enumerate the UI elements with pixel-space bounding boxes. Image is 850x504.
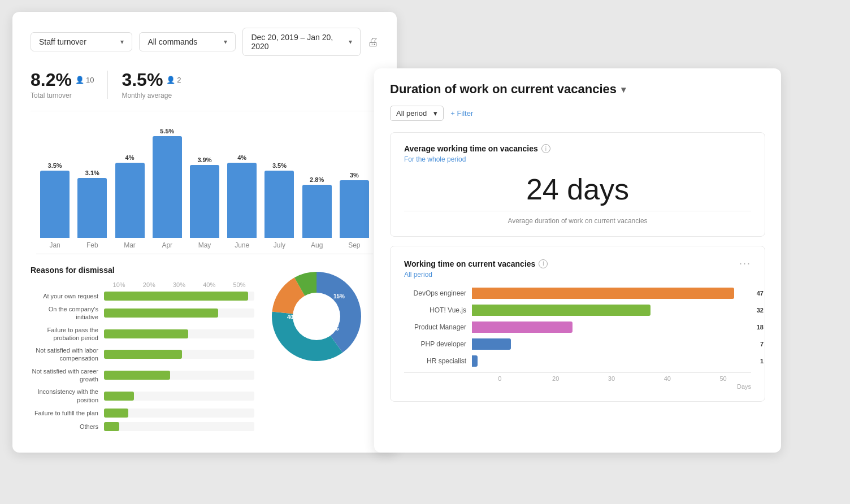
- dismissal-chart: Reasons for dismissal 10%20%30%40%50% At…: [31, 266, 254, 436]
- dismissal-bar-track: [104, 409, 254, 418]
- dismissal-row: Failure to fulfill the plan: [31, 409, 254, 418]
- avg-card-title: Average working time on vacancies: [404, 144, 538, 153]
- bar-fill: [77, 178, 107, 238]
- dismissal-bar-fill: [104, 292, 248, 301]
- h-axis-label: 10%: [104, 281, 134, 288]
- dismissal-row: Not satisfied with labor compensation: [31, 346, 254, 363]
- commands-dropdown-label: All commands: [148, 37, 197, 46]
- dismissal-bar-fill: [104, 409, 128, 418]
- wt-bar-track: 32: [472, 305, 751, 316]
- bar-value-label: 4%: [125, 154, 135, 161]
- dismissal-row-label: Not satisfied with career growth: [31, 367, 104, 384]
- wt-bar-fill: [472, 321, 573, 333]
- wt-bar-fill: [472, 338, 511, 350]
- date-dropdown[interactable]: Dec 20, 2019 – Jan 20, 2020 ▾: [242, 28, 361, 56]
- wt-bar-value: 47: [757, 290, 764, 297]
- wt-bar-track: 1: [472, 355, 751, 367]
- bar-value-label: 3.5%: [48, 162, 62, 169]
- bar-fill: [190, 165, 219, 238]
- wt-axis-label: 40: [639, 375, 695, 382]
- dismissal-row: Failure to pass the probation period: [31, 326, 254, 342]
- wt-row: HR specialist1: [404, 355, 751, 367]
- monthly-people: 👤 2: [166, 76, 181, 84]
- bar-fill: [115, 163, 145, 238]
- print-button[interactable]: 🖨: [367, 36, 379, 49]
- h-axis-label: 30%: [164, 281, 194, 288]
- wt-bar-value: 32: [757, 307, 764, 314]
- bar-group: 3.5%Jan: [36, 125, 73, 249]
- staff-dropdown[interactable]: Staff turnover ▾: [31, 32, 132, 51]
- dismissal-row: Inconsistency with the position: [31, 388, 254, 404]
- wt-row: PHP developer7: [404, 338, 751, 350]
- bottom-charts: Reasons for dismissal 10%20%30%40%50% At…: [31, 266, 379, 436]
- working-card-subtitle: All period: [404, 271, 751, 279]
- dismissal-row: At your own request: [31, 292, 254, 301]
- dismissal-bar-track: [104, 292, 254, 301]
- wt-row-label: DevOps engineer: [404, 289, 466, 297]
- dismissal-row-label: Inconsistency with the position: [31, 388, 104, 404]
- period-dropdown[interactable]: All period ▾: [390, 106, 444, 121]
- person-icon-2: 👤: [166, 76, 175, 84]
- toolbar: Staff turnover ▾ All commands ▾ Dec 20, …: [31, 28, 379, 56]
- bar-chart: 3.5%Jan3.1%Feb4%Mar5.5%Apr3.9%May4%June3…: [31, 125, 379, 249]
- wt-bar-track: 7: [472, 338, 751, 350]
- dismissal-bar-fill: [104, 392, 134, 401]
- bar-month-label: Apr: [162, 241, 172, 249]
- dismissal-bar-fill: [104, 371, 170, 380]
- wt-row: HOT! Vue.js32: [404, 305, 751, 316]
- dismissal-rows: At your own requestOn the company's init…: [31, 292, 254, 431]
- date-dropdown-chevron: ▾: [349, 38, 352, 46]
- bar-month-label: Sep: [348, 241, 360, 249]
- donut-chart: 40% 36.6 15%: [266, 266, 367, 367]
- wt-axis: 020304050: [404, 372, 751, 382]
- duration-header: Duration of work on current vacancies ▾: [390, 82, 765, 97]
- date-dropdown-label: Dec 20, 2019 – Jan 20, 2020: [251, 33, 344, 51]
- wt-bar-fill: [472, 305, 650, 316]
- dismissal-bar-track: [104, 309, 254, 318]
- monthly-avg-stat: 3.5% 👤 2 Monthly average: [122, 69, 181, 99]
- more-button[interactable]: ···: [739, 258, 751, 270]
- dismissal-title: Reasons for dismissal: [31, 266, 254, 275]
- dismissal-row: Not satisfied with career growth: [31, 367, 254, 384]
- bar-month-label: Mar: [124, 241, 136, 249]
- filter-button[interactable]: + Filter: [450, 109, 473, 118]
- h-axis-label: 20%: [134, 281, 164, 288]
- dismissal-bar-fill: [104, 350, 182, 359]
- bar-value-label: 4%: [237, 154, 246, 161]
- bar-fill: [264, 171, 294, 238]
- total-percent: 8.2%: [31, 69, 72, 90]
- working-card-header: Working time on current vacancies i ···: [404, 258, 751, 270]
- bar-month-label: Aug: [311, 241, 323, 249]
- bar-group: 4%Mar: [111, 125, 148, 249]
- dismissal-bar-fill: [104, 422, 119, 431]
- wt-bar-value: 1: [760, 358, 764, 364]
- wt-row-label: HOT! Vue.js: [404, 306, 466, 314]
- dismissal-row-label: Others: [31, 423, 104, 431]
- bar-month-label: July: [274, 241, 285, 249]
- duration-card: Duration of work on current vacancies ▾ …: [374, 68, 781, 453]
- wt-axis-label: 30: [584, 375, 640, 382]
- duration-title: Duration of work on current vacancies ▾: [390, 82, 626, 97]
- wt-bar-fill: [472, 355, 478, 367]
- total-label: Total turnover: [31, 92, 94, 99]
- stats-row: 8.2% 👤 10 Total turnover 3.5% 👤 2: [31, 69, 379, 111]
- bar-month-label: Feb: [86, 241, 98, 249]
- avg-card-subtitle: For the whole period: [404, 155, 751, 163]
- commands-dropdown[interactable]: All commands ▾: [139, 32, 236, 51]
- bar-group: 5.5%Apr: [149, 125, 186, 249]
- working-card: Working time on current vacancies i ··· …: [390, 246, 765, 402]
- wt-bar-value: 18: [757, 324, 764, 331]
- bar-value-label: 2.8%: [310, 176, 324, 183]
- bar-group: 3.9%May: [186, 125, 223, 249]
- bar-group: 3.1%Feb: [73, 125, 111, 249]
- bar-value-label: 3.1%: [85, 170, 99, 176]
- wt-axis-label: 20: [528, 375, 584, 382]
- bar-month-label: Jan: [49, 241, 60, 249]
- bar-value-label: 3.9%: [197, 157, 211, 163]
- wt-row-label: PHP developer: [404, 340, 466, 348]
- avg-card: Average working time on vacancies i For …: [390, 132, 765, 237]
- bar-value-label: 3.5%: [272, 162, 287, 169]
- donut-section: 40% 36.6 15%: [266, 266, 379, 436]
- stat-divider: [107, 71, 108, 99]
- person-icon: 👤: [75, 76, 84, 84]
